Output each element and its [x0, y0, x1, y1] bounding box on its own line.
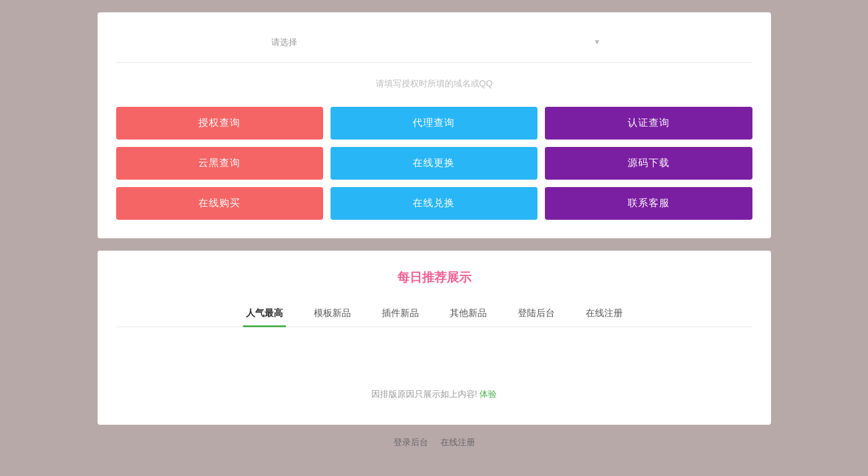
tab-template-new[interactable]: 模板新品: [311, 301, 354, 327]
domain-input[interactable]: [261, 72, 607, 94]
top-card: 请选择 ▼ 授权查询 代理查询 认证查询 云黑查询 在线更换 源码下载 在线购买…: [98, 12, 771, 238]
contact-button[interactable]: 联系客服: [545, 187, 752, 220]
tab-content-area: [116, 340, 752, 377]
select-row: 请选择 ▼: [116, 31, 752, 63]
notice-row: 因排版原因只展示如上内容! 体验: [116, 389, 752, 400]
notice-link[interactable]: 体验: [479, 389, 497, 399]
buy-button[interactable]: 在线购买: [116, 187, 323, 220]
second-card: 每日推荐展示 人气最高 模板新品 插件新品 其他新品 登陆后台 在线注册 因排版…: [98, 251, 771, 425]
tab-other-new[interactable]: 其他新品: [447, 301, 490, 327]
tab-popular[interactable]: 人气最高: [243, 301, 286, 327]
footer-login-link[interactable]: 登录后台: [394, 437, 428, 448]
input-row: [116, 72, 752, 94]
blacklist-query-button[interactable]: 云黑查询: [116, 147, 323, 180]
tab-register[interactable]: 在线注册: [583, 301, 626, 327]
online-change-button[interactable]: 在线更换: [331, 147, 537, 180]
source-download-button[interactable]: 源码下载: [545, 147, 752, 180]
buttons-grid: 授权查询 代理查询 认证查询 云黑查询 在线更换 源码下载 在线购买 在线兑换 …: [116, 107, 752, 220]
section-title: 每日推荐展示: [116, 269, 752, 286]
tab-plugin-new[interactable]: 插件新品: [379, 301, 422, 327]
agent-query-button[interactable]: 代理查询: [331, 107, 537, 140]
select-wrapper: 请选择 ▼: [261, 31, 607, 53]
tabs-row: 人气最高 模板新品 插件新品 其他新品 登陆后台 在线注册: [116, 301, 752, 327]
product-select[interactable]: 请选择: [261, 31, 607, 53]
footer: 登录后台 在线注册: [394, 437, 475, 448]
footer-register-link[interactable]: 在线注册: [440, 437, 475, 448]
cert-query-button[interactable]: 认证查询: [545, 107, 752, 140]
redeem-button[interactable]: 在线兑换: [331, 187, 537, 220]
auth-query-button[interactable]: 授权查询: [116, 107, 323, 140]
tab-login-backend[interactable]: 登陆后台: [515, 301, 558, 327]
notice-text: 因排版原因只展示如上内容!: [371, 389, 478, 399]
